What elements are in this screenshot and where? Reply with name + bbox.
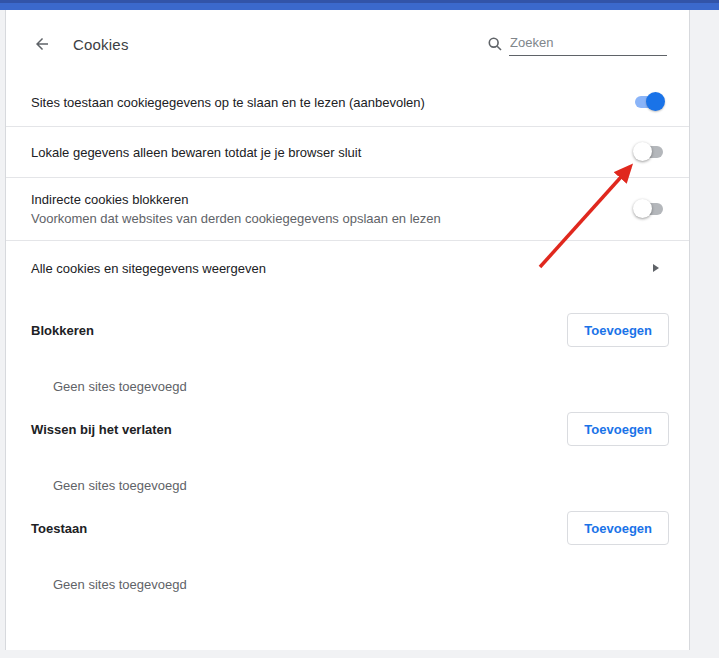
empty-list-text: Geen sites toegevoegd xyxy=(53,478,689,493)
section-wissen: Wissen bij het verlaten Toevoegen Geen s… xyxy=(6,412,689,493)
section-header: Toestaan Toevoegen xyxy=(6,511,689,545)
search-icon xyxy=(488,37,502,51)
setting-label: Indirecte cookies blokkeren Voorkomen da… xyxy=(31,191,635,227)
setting-label: Alle cookies en sitegegevens weergeven xyxy=(31,260,653,277)
page-header: Cookies xyxy=(6,10,689,78)
toggle-indirecte-cookies[interactable] xyxy=(635,203,663,215)
settings-card: Cookies Sites toestaan cookiegegevens op… xyxy=(5,10,690,650)
back-button[interactable] xyxy=(31,33,53,55)
empty-list-text: Geen sites toegevoegd xyxy=(53,379,689,394)
add-button-blokkeren[interactable]: Toevoegen xyxy=(567,313,669,347)
section-toestaan: Toestaan Toevoegen Geen sites toegevoegd xyxy=(6,511,689,592)
toggle-knob xyxy=(646,92,665,111)
search-box xyxy=(488,32,667,56)
page-title: Cookies xyxy=(73,36,129,53)
section-blokkeren: Blokkeren Toevoegen Geen sites toegevoeg… xyxy=(6,313,689,394)
add-button-toestaan[interactable]: Toevoegen xyxy=(567,511,669,545)
back-arrow-icon xyxy=(33,35,51,53)
chevron-right-icon xyxy=(653,264,659,272)
setting-row-indirecte-cookies: Indirecte cookies blokkeren Voorkomen da… xyxy=(6,178,689,241)
setting-label: Lokale gegevens alleen bewaren totdat je… xyxy=(31,144,635,161)
toggle-lokale-gegevens[interactable] xyxy=(635,146,663,158)
section-header: Wissen bij het verlaten Toevoegen xyxy=(6,412,689,446)
section-title: Toestaan xyxy=(31,521,87,536)
browser-top-bar xyxy=(0,0,719,10)
setting-row-sites-toestaan: Sites toestaan cookiegegevens op te slaa… xyxy=(6,78,689,127)
toggle-knob xyxy=(633,199,652,218)
toggle-knob xyxy=(633,142,652,161)
section-header: Blokkeren Toevoegen xyxy=(6,313,689,347)
empty-list-text: Geen sites toegevoegd xyxy=(53,577,689,592)
row-alle-cookies-weergeven[interactable]: Alle cookies en sitegegevens weergeven xyxy=(6,241,689,295)
add-button-wissen[interactable]: Toevoegen xyxy=(567,412,669,446)
section-title: Blokkeren xyxy=(31,323,94,338)
setting-label: Sites toestaan cookiegegevens op te slaa… xyxy=(31,94,635,111)
search-input[interactable] xyxy=(509,32,667,56)
section-title: Wissen bij het verlaten xyxy=(31,422,172,437)
toggle-sites-toestaan[interactable] xyxy=(635,96,663,108)
setting-row-lokale-gegevens: Lokale gegevens alleen bewaren totdat je… xyxy=(6,127,689,178)
